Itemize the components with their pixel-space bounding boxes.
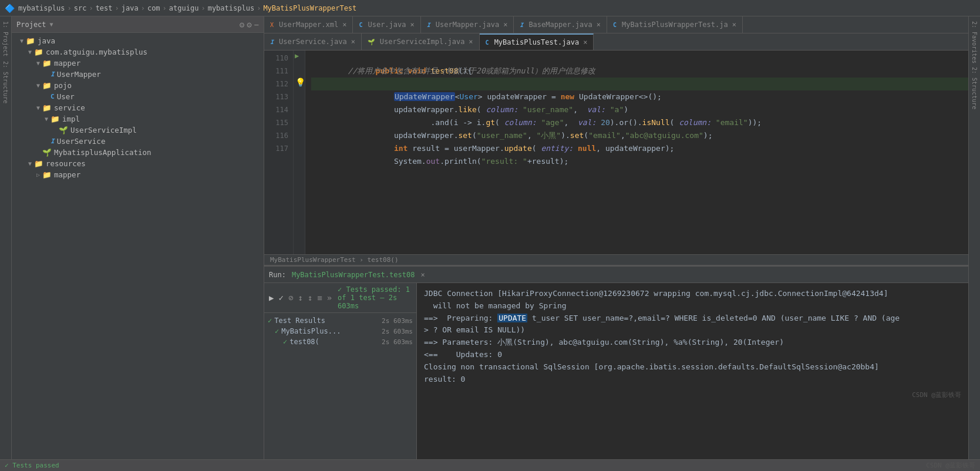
class-icon-2: C xyxy=(613,22,617,28)
tab-usermapper-xml[interactable]: X UserMapper.xml × xyxy=(264,16,353,33)
project-strip-icon[interactable]: 1: Project xyxy=(2,21,9,56)
iface-icon-3: I xyxy=(270,39,274,45)
run-body: ▶ ✓ ⊘ ↕ ↕ ≡ » ✓ Tests passed: 1 of 1 tes… xyxy=(264,283,968,459)
ussi-label: UserServiceImpl xyxy=(70,126,137,134)
tree-userservice[interactable]: I UserService xyxy=(12,136,264,147)
main-layout: 1: Project 2: Structure Project ▼ ⚙ ⚙ − … xyxy=(0,16,980,459)
res-label: resources xyxy=(46,159,86,168)
tab-label-userservice: UserService.java xyxy=(279,38,347,46)
bc-testfile: MyBatisPlusWrapperTest xyxy=(263,4,356,12)
panel-header: Project ▼ ⚙ ⚙ − xyxy=(12,16,264,33)
close-mpt-btn[interactable]: × xyxy=(583,38,587,46)
folder-res-icon: 📁 xyxy=(34,159,43,168)
project-label: Project xyxy=(16,21,46,29)
run-sort-alpha-btn[interactable]: ↕ xyxy=(297,292,304,304)
tab-user-java[interactable]: C User.java × xyxy=(353,16,420,33)
title-bar: 🔷 mybatisplus › src › test › java › com … xyxy=(0,0,980,16)
out-line-3: ==> Preparing: UPDATE t_user SET user_na… xyxy=(424,312,961,325)
run-test-name[interactable]: MyBatisPlusWrapperTest.test08 xyxy=(292,271,415,279)
line-numbers: 110 111 112 113 114 115 116 117 xyxy=(264,51,294,254)
file-tree: ▼ 📁 java ▼ 📁 com.atguigu.mybatisplus ▼ 📁… xyxy=(12,33,264,459)
out-line-9: CSDN @蓝影铁哥 xyxy=(424,390,961,401)
spring-icon-tab: 🌱 xyxy=(368,39,375,45)
run-gutter-icon[interactable]: ▶ xyxy=(295,52,299,60)
tree-usermapper[interactable]: I UserMapper xyxy=(12,69,264,80)
tab-label-user: User.java xyxy=(368,21,406,29)
close-userservice-btn[interactable]: × xyxy=(351,38,355,46)
test-tree: ✓ Test Results 2s 603ms ✓ MyBatisPlus...… xyxy=(264,313,416,349)
minimize-icon[interactable]: − xyxy=(254,20,259,29)
tab-row-1: X UserMapper.xml × C User.java × I UserM… xyxy=(264,16,968,33)
tab-userserviceimpl[interactable]: 🌱 UserServiceImpl.java × xyxy=(362,33,480,50)
gutter: ▶ 💡 xyxy=(294,51,305,254)
tree-mapper-folder[interactable]: ▼ 📁 mapper xyxy=(12,58,264,69)
run-close-icon[interactable]: × xyxy=(420,271,425,279)
bc-src: src xyxy=(74,4,87,12)
tree-userserviceimpl[interactable]: 🌱 UserServiceImpl xyxy=(12,125,264,136)
structure-strip-icon[interactable]: 2: Structure xyxy=(2,61,9,103)
run-output: JDBC Connection [HikariProxyConnection@1… xyxy=(417,283,968,459)
tree-resources[interactable]: ▼ 📁 resources xyxy=(12,158,264,169)
settings-icon[interactable]: ⚙ xyxy=(247,20,251,29)
out-line-8: result: 0 xyxy=(424,374,961,386)
structure-strip-label[interactable]: 2: Structure xyxy=(971,67,978,109)
close-user-btn[interactable]: × xyxy=(410,21,414,29)
tab-label-userserviceimpl: UserServiceImpl.java xyxy=(380,38,465,46)
app-label: MybatisplusApplication xyxy=(54,148,151,157)
run-list-btn[interactable]: ≡ xyxy=(316,292,323,304)
favorites-strip-label[interactable]: 2: Favorites xyxy=(971,21,978,63)
close-basemapper-btn[interactable]: × xyxy=(597,21,601,29)
run-title: Run: xyxy=(269,271,286,279)
run-more-btn[interactable]: » xyxy=(326,292,333,304)
left-strip: 1: Project 2: Structure xyxy=(0,16,12,459)
tab-mybatisplustest[interactable]: C MyBatisPlusTest.java × xyxy=(480,33,594,50)
run-toolbar: ▶ ✓ ⊘ ↕ ↕ ≡ » ✓ Tests passed: 1 of 1 tes… xyxy=(264,283,416,313)
spring-app-icon: 🌱 xyxy=(42,148,52,157)
linenum-110: 110 xyxy=(264,52,288,65)
iface-icon-1: I xyxy=(427,22,430,28)
lightbulb-icon[interactable]: 💡 xyxy=(295,78,305,87)
test-sub1-time: 2s 603ms xyxy=(382,328,413,335)
tab-userservice[interactable]: I UserService.java × xyxy=(264,33,362,50)
out-line-1: JDBC Connection [HikariProxyConnection@1… xyxy=(424,288,961,300)
close-xml-btn[interactable]: × xyxy=(342,21,346,29)
test-results-item[interactable]: ✓ Test Results 2s 603ms xyxy=(264,315,416,326)
sync-icon[interactable]: ⚙ xyxy=(240,20,244,29)
close-wrapper-btn[interactable]: × xyxy=(732,21,736,29)
watermark-bottom: CSDN @蓝影铁哥 xyxy=(926,461,975,470)
app-icon: 🔷 xyxy=(5,4,15,13)
run-sort-btn[interactable]: ↕ xyxy=(307,292,314,304)
run-check-btn[interactable]: ✓ xyxy=(277,292,284,304)
close-usi-btn[interactable]: × xyxy=(469,38,473,46)
bc-atguigu: atguigu xyxy=(169,4,199,12)
right-strip: 2: Favorites 2: Structure xyxy=(968,16,980,459)
tree-user[interactable]: C User xyxy=(12,91,264,102)
run-play-btn[interactable]: ▶ xyxy=(268,292,275,304)
out-line-7: Closing non transactional SqlSession [or… xyxy=(424,361,961,374)
tree-app[interactable]: 🌱 MybatisplusApplication xyxy=(12,147,264,158)
dropdown-arrow-icon[interactable]: ▼ xyxy=(50,21,53,28)
tab-mybatispluswrapper[interactable]: C MyBatisPlusWrapperTest.ja × xyxy=(607,16,743,33)
test-mybatisplus-label: MyBatisPlus... xyxy=(281,327,341,335)
tree-impl[interactable]: ▼ 📁 impl xyxy=(12,113,264,125)
tree-pojo[interactable]: ▼ 📁 pojo xyxy=(12,80,264,91)
run-stop-btn[interactable]: ⊘ xyxy=(287,292,294,304)
tree-java[interactable]: ▼ 📁 java xyxy=(12,35,264,46)
tree-mapper-res[interactable]: ▷ 📁 mapper xyxy=(12,169,264,180)
test-mybatisplus-item[interactable]: ✓ MyBatisPlus... 2s 603ms xyxy=(264,326,416,337)
pojo-label: pojo xyxy=(54,81,72,90)
tab-basemapper[interactable]: I BaseMapper.java × xyxy=(514,16,607,33)
tree-com[interactable]: ▼ 📁 com.atguigu.mybatisplus xyxy=(12,46,264,58)
close-usermapper-btn[interactable]: × xyxy=(503,21,507,29)
tab-usermapper-java[interactable]: I UserMapper.java × xyxy=(421,16,514,33)
class-icon-3: C xyxy=(486,39,489,46)
code-line-110: public void test08(){ xyxy=(311,52,968,65)
out-line-2: will not be managed by Spring xyxy=(424,300,961,312)
expand-impl-icon: ▼ xyxy=(42,116,50,122)
expand-mapperres-icon: ▷ xyxy=(34,171,42,178)
tree-service[interactable]: ▼ 📁 service xyxy=(12,102,264,113)
code-content[interactable]: public void test08(){ //将用户名中包含有a并且（年龄大于… xyxy=(305,51,968,254)
test-test08-item[interactable]: ✓ test08( 2s 603ms xyxy=(264,337,416,347)
java-label: java xyxy=(38,36,55,45)
folder-com-icon: 📁 xyxy=(34,48,43,56)
